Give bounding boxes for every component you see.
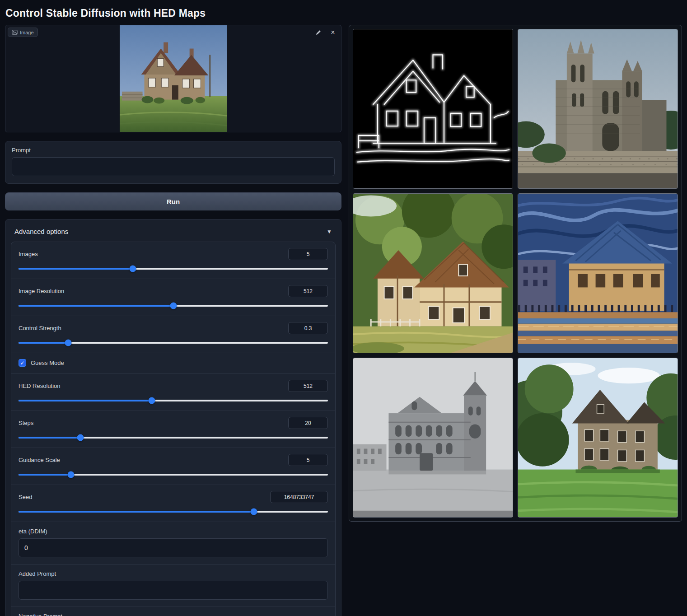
slider-handle[interactable]: [130, 266, 136, 272]
advanced-options-panel: Advanced options ▼ Images: [5, 219, 341, 616]
gallery-item-country-house[interactable]: [518, 358, 678, 518]
prompt-panel: Prompt: [5, 141, 341, 184]
prompt-label: Prompt: [12, 147, 335, 154]
slider-fill: [19, 268, 133, 270]
guess-mode-row: ✓ Guess Mode: [11, 353, 335, 373]
slider-fill: [19, 342, 68, 344]
edit-image-button[interactable]: [314, 28, 323, 37]
guidance-scale-slider[interactable]: [19, 471, 328, 478]
advanced-options-header[interactable]: Advanced options ▼: [11, 225, 336, 242]
seed-slider[interactable]: [19, 508, 328, 515]
added-prompt-input[interactable]: [19, 581, 328, 600]
slider-handle[interactable]: [68, 471, 75, 478]
gallery-item-painted-cottage[interactable]: [353, 193, 513, 353]
image-actions: ×: [314, 28, 337, 37]
added-prompt-row: Added Prompt: [11, 564, 335, 607]
guidance-scale-label: Guidance Scale: [19, 457, 60, 463]
triangle-down-icon: ▼: [327, 229, 332, 235]
images-label: Images: [19, 251, 38, 257]
image-resolution-label: Image Resolution: [19, 288, 64, 294]
slider-fill: [19, 474, 71, 476]
gallery-item-stone-castle[interactable]: [518, 29, 678, 189]
steps-row: Steps: [11, 411, 335, 448]
uploaded-image[interactable]: [5, 25, 341, 132]
control-strength-row: Control Strength: [11, 316, 335, 353]
run-button[interactable]: Run: [5, 192, 341, 210]
control-strength-label: Control Strength: [19, 325, 61, 331]
pencil-icon: [315, 29, 322, 36]
image-icon: [12, 29, 18, 35]
negative-prompt-label: Negative Prompt: [19, 613, 328, 616]
eta-row: eta (DDIM): [11, 522, 335, 564]
image-component-label: Image: [8, 28, 38, 37]
grayscale-building-image: [353, 358, 513, 517]
gallery-item-hed-edge-map[interactable]: [353, 29, 513, 189]
advanced-options-form: Images Image Resolution: [11, 242, 336, 616]
negative-prompt-row: Negative Prompt: [11, 607, 335, 616]
prompt-input[interactable]: [12, 157, 335, 176]
stylized-painting-image: [518, 194, 678, 353]
image-resolution-value-input[interactable]: [288, 285, 328, 297]
advanced-options-title: Advanced options: [14, 228, 68, 235]
results-column: [349, 25, 682, 522]
seed-label: Seed: [19, 494, 32, 500]
steps-slider[interactable]: [19, 434, 328, 441]
image-component-label-text: Image: [20, 30, 34, 35]
control-strength-slider[interactable]: [19, 339, 328, 346]
stone-castle-image: [518, 29, 678, 188]
country-house-image: [518, 358, 678, 517]
image-resolution-slider[interactable]: [19, 302, 328, 309]
hed-resolution-value-input[interactable]: [288, 380, 328, 392]
steps-label: Steps: [19, 420, 33, 426]
stone-house-photo: [120, 25, 227, 132]
output-gallery: [349, 25, 682, 522]
guess-mode-checkbox[interactable]: ✓: [19, 359, 26, 367]
slider-fill: [19, 437, 80, 439]
main-layout: Image ×: [0, 25, 687, 616]
slider-handle[interactable]: [65, 340, 71, 346]
painted-cottage-image: [353, 194, 513, 353]
slider-handle[interactable]: [148, 397, 155, 404]
hed-resolution-label: HED Resolution: [19, 383, 61, 389]
slider-fill: [19, 400, 152, 401]
slider-handle[interactable]: [250, 509, 257, 515]
close-icon: ×: [331, 29, 335, 36]
images-slider[interactable]: [19, 265, 328, 272]
hed-resolution-row: HED Resolution: [11, 373, 335, 411]
hed-edge-map-image: [353, 29, 513, 188]
images-row: Images: [11, 242, 335, 279]
eta-input[interactable]: [19, 538, 328, 557]
controls-column: Image ×: [5, 25, 341, 616]
slider-handle[interactable]: [77, 434, 84, 441]
control-strength-value-input[interactable]: [288, 322, 328, 334]
steps-value-input[interactable]: [288, 417, 328, 429]
added-prompt-label: Added Prompt: [19, 570, 328, 577]
gallery-item-grayscale-building[interactable]: [353, 358, 513, 518]
guidance-scale-value-input[interactable]: [288, 454, 328, 466]
seed-value-input[interactable]: [270, 491, 328, 503]
eta-label: eta (DDIM): [19, 528, 328, 535]
gallery-item-stylized-painting[interactable]: [518, 193, 678, 353]
hed-resolution-slider[interactable]: [19, 397, 328, 404]
seed-row: Seed: [11, 485, 335, 522]
check-icon: ✓: [20, 360, 24, 366]
guess-mode-label: Guess Mode: [31, 359, 64, 366]
guidance-scale-row: Guidance Scale: [11, 448, 335, 485]
page-title: Control Stable Diffusion with HED Maps: [0, 0, 687, 25]
slider-fill: [19, 511, 254, 513]
slider-fill: [19, 305, 173, 307]
input-image-panel: Image ×: [5, 25, 341, 132]
clear-image-button[interactable]: ×: [328, 28, 337, 37]
images-value-input[interactable]: [288, 248, 328, 260]
image-resolution-row: Image Resolution: [11, 279, 335, 316]
slider-handle[interactable]: [170, 303, 177, 309]
